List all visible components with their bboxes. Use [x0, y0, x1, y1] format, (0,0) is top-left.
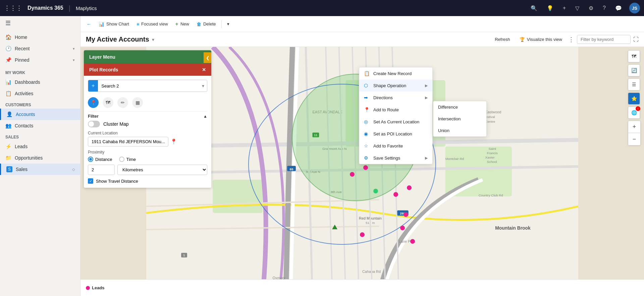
focused-view-icon: ≡	[137, 21, 139, 27]
layer-collapse-button[interactable]: ❮	[204, 52, 211, 63]
settings-icon[interactable]: ⚙	[587, 5, 595, 11]
sidebar-item-accounts[interactable]: 👤 Accounts	[0, 109, 80, 120]
refresh-button[interactable]: Refresh	[491, 35, 514, 44]
show-travel-checkbox[interactable]	[88, 178, 93, 184]
plot-records-close-button[interactable]: ✕	[202, 67, 206, 72]
delete-button[interactable]: 🗑 Delete	[193, 19, 219, 29]
context-set-current-location[interactable]: ◎ Set As Current Location	[359, 116, 432, 128]
lightbulb-icon[interactable]: 💡	[545, 5, 555, 11]
map-zoom-group: + −	[628, 121, 641, 145]
map-area[interactable]: 65 280 149 Pike Rd 12th Ave S Montclair …	[80, 47, 644, 296]
layer-menu-bar: Layer Menu	[84, 50, 211, 64]
layer-edit-button[interactable]: ✏	[117, 97, 128, 108]
sidebar-item-pinned[interactable]: 📌 Pinned ▾	[0, 54, 80, 66]
directions-label: Directions	[373, 95, 393, 100]
sidebar-item-opportunities[interactable]: 📁 Opportunities	[0, 152, 80, 164]
map-pin-1[interactable]	[350, 172, 355, 177]
sidebar-hamburger[interactable]: ☰	[0, 16, 80, 30]
help-icon[interactable]: ?	[601, 5, 608, 11]
current-location-input[interactable]	[88, 137, 168, 146]
chat-icon[interactable]: 💬	[613, 5, 624, 11]
submenu-difference[interactable]: Difference	[433, 101, 486, 113]
filter-search-input[interactable]	[577, 35, 631, 44]
time-radio-circle	[119, 157, 124, 162]
location-pin-icon[interactable]: 📍	[170, 138, 177, 145]
time-radio[interactable]: Time	[119, 157, 136, 162]
suite-menu-icon[interactable]: ⋮⋮⋮	[4, 4, 22, 12]
user-avatar[interactable]: JS	[629, 3, 640, 13]
layer-search-row: + ▾	[88, 80, 207, 92]
sidebar-item-recent[interactable]: 🕐 Recent ▾	[0, 43, 80, 54]
map-controls: 🗺 🔄 ☰ ⭐ 🌐 ! + −	[628, 50, 641, 145]
filter-chevron[interactable]: ▲	[203, 114, 207, 119]
more-dropdown-button[interactable]: ▾	[224, 19, 233, 28]
fullscreen-icon[interactable]: ⛶	[633, 37, 639, 43]
context-add-to-route[interactable]: 📍 Add to Route	[359, 104, 432, 116]
toolbar: ← 📊 Show Chart ≡ Focused view + New 🗑 De…	[80, 16, 644, 32]
sidebar-activities-label: Activities	[15, 91, 33, 96]
map-pin-8[interactable]	[360, 232, 365, 237]
sidebar-pinned-label: Pinned	[15, 57, 30, 63]
layer-map-button[interactable]: 🗺	[103, 97, 113, 108]
svg-text:Centre: Centre	[485, 120, 495, 123]
show-chart-button[interactable]: 📊 Show Chart	[95, 19, 132, 29]
map-pin-7[interactable]	[410, 239, 415, 244]
layer-pin-button[interactable]: 📍	[88, 97, 99, 108]
delete-icon: 🗑	[197, 21, 201, 27]
nav-divider: |	[69, 4, 70, 12]
submenu-intersection[interactable]: Intersection	[433, 113, 486, 125]
layer-search-chevron[interactable]: ▾	[199, 80, 207, 91]
layer-search-input[interactable]	[98, 81, 199, 91]
visualize-button[interactable]: 🏆 Visualize this view	[516, 35, 566, 44]
shape-operation-icon: ⬡	[364, 83, 370, 88]
current-location-label: Current Location	[88, 131, 207, 135]
map-pin-3[interactable]	[393, 192, 398, 197]
map-ctrl-globe[interactable]: 🌐 !	[628, 107, 640, 119]
submenu-union[interactable]: Union	[433, 125, 486, 136]
context-save-settings[interactable]: ⚙ Save Settings ▶	[359, 152, 432, 164]
back-button[interactable]: ←	[83, 19, 95, 29]
map-pin-6[interactable]	[400, 226, 405, 230]
layer-grid-button[interactable]: ▦	[132, 97, 143, 108]
sales-icon: S	[6, 166, 12, 172]
sidebar-item-contacts[interactable]: 👥 Contacts	[0, 120, 80, 131]
map-pin-green-1[interactable]	[373, 189, 378, 193]
layer-search-add-button[interactable]: +	[88, 80, 98, 92]
map-pin-4[interactable]	[407, 185, 412, 190]
page-more-button[interactable]: ⋮	[568, 36, 574, 43]
map-pin-5[interactable]	[404, 212, 408, 217]
distance-radio[interactable]: Distance	[88, 157, 112, 162]
page-title-chevron[interactable]: ▾	[152, 37, 154, 42]
svg-text:School: School	[487, 160, 497, 164]
cluster-map-toggle[interactable]	[88, 121, 100, 127]
map-pin-2[interactable]	[363, 165, 368, 170]
new-button[interactable]: + New	[172, 19, 193, 29]
context-set-poi-location[interactable]: ◉ Set as POI Location	[359, 128, 432, 140]
add-to-route-label: Add to Route	[373, 107, 399, 112]
focused-view-button[interactable]: ≡ Focused view	[133, 19, 171, 29]
context-shape-operation[interactable]: ⬡ Shape Operation ▶	[359, 79, 432, 92]
sidebar-item-sales[interactable]: S Sales ◇	[0, 164, 80, 175]
zoom-out-button[interactable]: −	[628, 133, 640, 145]
filter-icon[interactable]: ▽	[573, 5, 581, 11]
pin-icon: 📌	[5, 57, 11, 63]
add-icon[interactable]: +	[561, 5, 568, 11]
sidebar-item-activities[interactable]: 📋 Activities	[0, 88, 80, 99]
sidebar-item-dashboards[interactable]: 📊 Dashboards	[0, 76, 80, 88]
distance-value-input[interactable]	[88, 165, 115, 175]
distance-unit-select[interactable]: Kilometres Miles	[117, 165, 207, 175]
pinned-chevron: ▾	[73, 58, 75, 62]
context-create-new-record[interactable]: 📋 Create New Record	[359, 67, 432, 79]
shape-operation-submenu: Difference Intersection Union	[433, 101, 487, 137]
map-ctrl-favorite[interactable]: ⭐	[628, 93, 640, 105]
search-icon[interactable]: 🔍	[529, 5, 539, 11]
context-add-to-favorite[interactable]: ☆ Add to Favorite	[359, 140, 432, 152]
context-directions[interactable]: ➡ Directions ▶	[359, 92, 432, 104]
map-ctrl-refresh[interactable]: 🔄	[628, 64, 640, 76]
map-ctrl-list[interactable]: ☰	[628, 78, 640, 91]
sidebar-item-leads[interactable]: ⚡ Leads	[0, 141, 80, 152]
sidebar-item-home[interactable]: 🏠 Home	[0, 32, 80, 43]
context-menu: 📋 Create New Record ⬡ Shape Operation ▶ …	[359, 67, 433, 164]
zoom-in-button[interactable]: +	[628, 121, 640, 133]
map-ctrl-terrain[interactable]: 🗺	[628, 50, 640, 62]
